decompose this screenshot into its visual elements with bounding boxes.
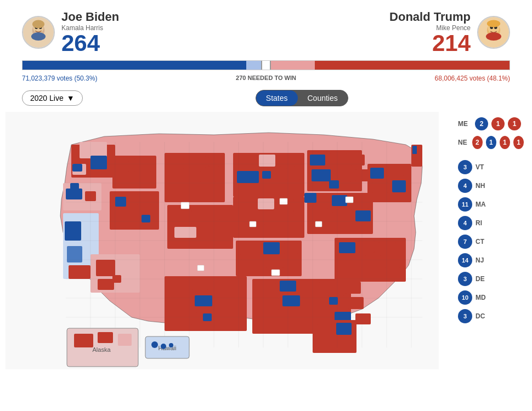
list-item: 3 DC	[458, 309, 524, 323]
svg-point-13	[487, 20, 500, 27]
bar-biden-dark	[22, 61, 246, 70]
me-badge-2: 1	[491, 117, 505, 130]
biden-votes: 71,023,379 votes (50.3%)	[22, 75, 97, 82]
svg-rect-84	[372, 182, 388, 193]
svg-rect-73	[266, 257, 284, 268]
svg-rect-97	[259, 313, 278, 326]
counties-toggle[interactable]: Counties	[298, 90, 348, 106]
header: Joe Biden Kamala Harris 264 Donald Trump…	[0, 0, 532, 60]
svg-rect-98	[282, 312, 307, 324]
svg-rect-63	[258, 198, 274, 209]
svg-rect-157	[142, 215, 150, 222]
svg-rect-48	[236, 156, 255, 169]
svg-rect-49	[259, 155, 275, 167]
svg-rect-105	[378, 242, 396, 253]
svg-rect-66	[264, 213, 284, 225]
md-abbr: MD	[476, 294, 486, 301]
svg-rect-77	[351, 197, 369, 209]
svg-rect-94	[304, 297, 324, 309]
bar-biden-light	[246, 61, 261, 70]
svg-rect-92	[258, 298, 279, 310]
svg-rect-78	[314, 212, 333, 222]
dc-circle: 3	[458, 309, 472, 323]
svg-rect-89	[301, 282, 320, 294]
svg-rect-120	[217, 297, 236, 309]
svg-rect-27	[115, 161, 129, 172]
svg-rect-107	[365, 255, 381, 267]
svg-point-171	[161, 344, 166, 349]
svg-rect-91	[346, 282, 361, 294]
svg-rect-83	[388, 167, 404, 176]
trump-name: Donald Trump	[389, 10, 471, 24]
svg-rect-96	[348, 297, 364, 309]
svg-point-12	[486, 32, 501, 41]
svg-rect-85	[392, 180, 406, 192]
svg-rect-67	[288, 215, 302, 226]
svg-rect-115	[169, 281, 188, 293]
map-area: Alaska Hawaii ME 2 1 1 NE 2 1 1 1	[0, 112, 532, 375]
svg-rect-126	[280, 198, 287, 204]
ne-badge-3: 1	[500, 136, 510, 149]
svg-rect-44	[197, 208, 217, 220]
svg-rect-23	[65, 221, 81, 241]
md-circle: 10	[458, 290, 472, 305]
ne-label: NE	[458, 139, 469, 146]
trump-votes: 68,006,425 votes (48.1%)	[435, 75, 510, 82]
svg-rect-116	[192, 279, 208, 290]
svg-rect-112	[318, 338, 335, 349]
ma-abbr: MA	[476, 201, 486, 208]
svg-rect-106	[341, 257, 360, 268]
svg-rect-90	[324, 281, 340, 292]
trump-block: Donald Trump Mike Pence 214	[389, 10, 510, 55]
vt-circle: 3	[458, 160, 472, 174]
trump-avatar	[477, 16, 510, 49]
view-toggle: States Counties	[256, 90, 348, 106]
svg-rect-38	[189, 156, 206, 168]
list-item: 3 DE	[458, 272, 524, 286]
svg-rect-76	[332, 195, 347, 206]
svg-point-6	[32, 20, 44, 28]
svg-rect-82	[370, 168, 384, 179]
svg-rect-128	[271, 270, 280, 276]
nj-circle: 14	[458, 253, 472, 267]
svg-rect-31	[137, 194, 151, 205]
svg-rect-113	[339, 335, 353, 347]
ct-abbr: CT	[476, 238, 484, 246]
svg-rect-69	[240, 244, 259, 255]
ne-badge-2: 1	[486, 136, 496, 149]
de-abbr: DE	[476, 275, 485, 283]
svg-rect-154	[304, 193, 316, 203]
svg-rect-174	[412, 146, 417, 154]
svg-rect-28	[134, 158, 151, 172]
svg-rect-124	[181, 202, 189, 209]
ma-circle: 11	[458, 197, 472, 212]
year-dropdown[interactable]: 2020 Live ▼	[22, 90, 83, 106]
svg-rect-101	[355, 313, 371, 324]
svg-rect-17	[90, 156, 107, 169]
svg-point-172	[169, 343, 173, 347]
svg-rect-110	[317, 324, 332, 335]
ne-badge-1: 2	[472, 136, 483, 149]
us-map[interactable]: Alaska Hawaii	[5, 112, 439, 369]
small-states-list: 3 VT 4 NH 11 MA 4 RI 7 CT 14 NJ	[458, 160, 524, 323]
ri-circle: 4	[458, 216, 472, 230]
trump-electoral: 214	[389, 32, 471, 55]
states-toggle[interactable]: States	[256, 90, 298, 106]
svg-rect-33	[96, 260, 115, 276]
bar-trump-light	[271, 61, 315, 70]
svg-rect-130	[346, 197, 353, 203]
svg-rect-24	[67, 246, 82, 262]
bar-undecided	[261, 61, 271, 70]
list-item: 10 MD	[458, 290, 524, 305]
svg-point-5	[31, 32, 46, 41]
biden-info: Joe Biden Kamala Harris 264	[61, 10, 119, 55]
svg-rect-70	[263, 242, 280, 254]
me-split-row: ME 2 1 1	[458, 117, 524, 130]
svg-rect-104	[359, 241, 375, 253]
svg-rect-121	[173, 313, 192, 326]
svg-rect-80	[355, 210, 371, 221]
svg-text:Alaska: Alaska	[92, 346, 111, 353]
svg-rect-62	[236, 201, 255, 213]
biden-name: Joe Biden	[61, 10, 119, 24]
svg-rect-103	[339, 242, 355, 253]
